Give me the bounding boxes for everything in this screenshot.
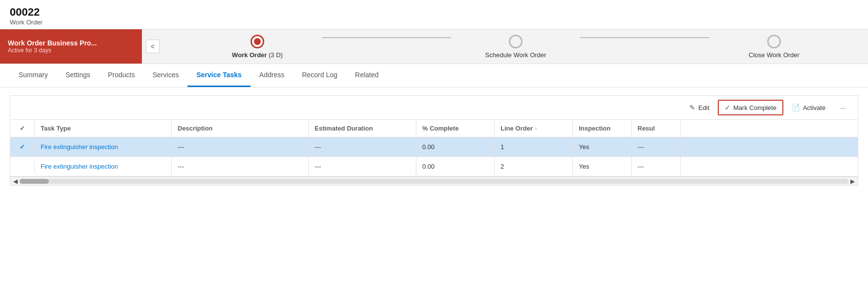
stage-circle-schedule	[509, 35, 523, 48]
tab-products[interactable]: Products	[99, 64, 144, 87]
row-pct-complete-2: 0.00	[416, 157, 495, 176]
stage-step-close[interactable]: Close Work Order	[709, 35, 839, 59]
row-inspection-2: Yes	[573, 157, 632, 176]
stage-active-title: Work Order Business Pro...	[8, 39, 134, 47]
row-inspection-1: Yes	[573, 137, 632, 156]
row-result-1: ---	[632, 137, 681, 156]
stage-label-close: Close Work Order	[749, 51, 799, 59]
tab-summary[interactable]: Summary	[10, 64, 57, 87]
page-header: 00022 Work Order	[0, 0, 868, 29]
edit-button[interactable]: ✎ Edit	[683, 100, 715, 115]
row-est-duration-2: ---	[309, 157, 416, 176]
more-button[interactable]: ···	[834, 101, 852, 115]
col-header-task-type: Task Type	[35, 120, 172, 137]
tab-related[interactable]: Related	[346, 64, 388, 87]
row-description-1: ---	[172, 137, 309, 156]
main-content: ✎ Edit ✓ Mark Complete 📄 Activate ··· ✓ …	[0, 87, 868, 194]
col-header-check: ✓	[10, 120, 35, 137]
stage-nav-back-button[interactable]: <	[146, 40, 160, 53]
grid-toolbar: ✎ Edit ✓ Mark Complete 📄 Activate ···	[10, 95, 858, 119]
col-header-result: Resul	[632, 120, 681, 137]
stage-bar: Work Order Business Pro... Active for 3 …	[0, 29, 868, 64]
stage-step-schedule[interactable]: Schedule Work Order	[451, 35, 580, 59]
row-task-type-1: Fire extinguisher inspection	[35, 137, 172, 156]
scrollbar-track[interactable]	[20, 179, 848, 184]
tab-record-log[interactable]: Record Log	[293, 64, 346, 87]
record-type: Work Order	[10, 19, 858, 26]
tab-service-tasks[interactable]: Service Tasks	[187, 64, 250, 87]
row-line-order-2: 2	[495, 157, 573, 176]
col-header-line-order: Line Order ↑	[495, 120, 573, 137]
table-row[interactable]: ✓ Fire extinguisher inspection --- --- 0…	[10, 137, 858, 157]
row-task-type-2: Fire extinguisher inspection	[35, 157, 172, 176]
row-description-2: ---	[172, 157, 309, 176]
record-number: 00022	[10, 6, 858, 19]
tab-services[interactable]: Services	[144, 64, 188, 87]
task-type-link-2[interactable]: Fire extinguisher inspection	[41, 163, 118, 170]
tab-settings[interactable]: Settings	[57, 64, 99, 87]
activate-label: Activate	[803, 104, 825, 111]
check-icon: ✓	[725, 104, 731, 111]
stage-connector-1	[322, 37, 451, 38]
mark-complete-button[interactable]: ✓ Mark Complete	[718, 100, 783, 115]
more-label: ···	[840, 104, 845, 111]
row-check-1[interactable]: ✓	[10, 137, 35, 156]
stage-circle-close	[767, 35, 781, 48]
stage-circle-work-order	[251, 35, 264, 48]
stage-label-schedule: Schedule Work Order	[485, 51, 547, 59]
copy-icon: 📄	[792, 104, 800, 111]
stage-label-work-order: Work Order (3 D)	[232, 51, 283, 59]
table-row[interactable]: Fire extinguisher inspection --- --- 0.0…	[10, 157, 858, 176]
stage-step-work-order[interactable]: Work Order (3 D)	[193, 35, 322, 59]
mark-complete-label: Mark Complete	[733, 104, 777, 111]
scrollbar-thumb[interactable]	[20, 179, 49, 184]
row-check-2[interactable]	[10, 161, 35, 173]
col-header-est-duration: Estimated Duration	[309, 120, 416, 137]
scroll-left-button[interactable]: ◀	[11, 178, 20, 185]
stage-connector-2	[580, 37, 709, 38]
task-type-link-1[interactable]: Fire extinguisher inspection	[41, 143, 118, 151]
checkmark-icon: ✓	[20, 143, 25, 151]
col-header-inspection: Inspection	[573, 120, 632, 137]
stage-active-label: Work Order Business Pro... Active for 3 …	[0, 29, 142, 64]
grid-header: ✓ Task Type Description Estimated Durati…	[10, 120, 858, 137]
tab-address[interactable]: Address	[251, 64, 293, 87]
row-line-order-1: 1	[495, 137, 573, 156]
edit-icon: ✎	[689, 104, 695, 111]
stage-active-sub: Active for 3 days	[8, 47, 134, 54]
horizontal-scrollbar[interactable]: ◀ ▶	[10, 177, 858, 186]
scroll-right-button[interactable]: ▶	[848, 178, 857, 185]
row-est-duration-1: ---	[309, 137, 416, 156]
row-pct-complete-1: 0.00	[416, 137, 495, 156]
edit-label: Edit	[698, 104, 709, 111]
row-result-2: ---	[632, 157, 681, 176]
sort-icon: ↑	[535, 126, 538, 131]
stage-steps: Work Order (3 D) Schedule Work Order Clo…	[163, 35, 868, 59]
col-header-description: Description	[172, 120, 309, 137]
col-header-pct-complete: % Complete	[416, 120, 495, 137]
nav-tabs: Summary Settings Products Services Servi…	[0, 64, 868, 87]
grid-container: ✓ Task Type Description Estimated Durati…	[10, 119, 858, 177]
activate-button[interactable]: 📄 Activate	[785, 100, 832, 115]
